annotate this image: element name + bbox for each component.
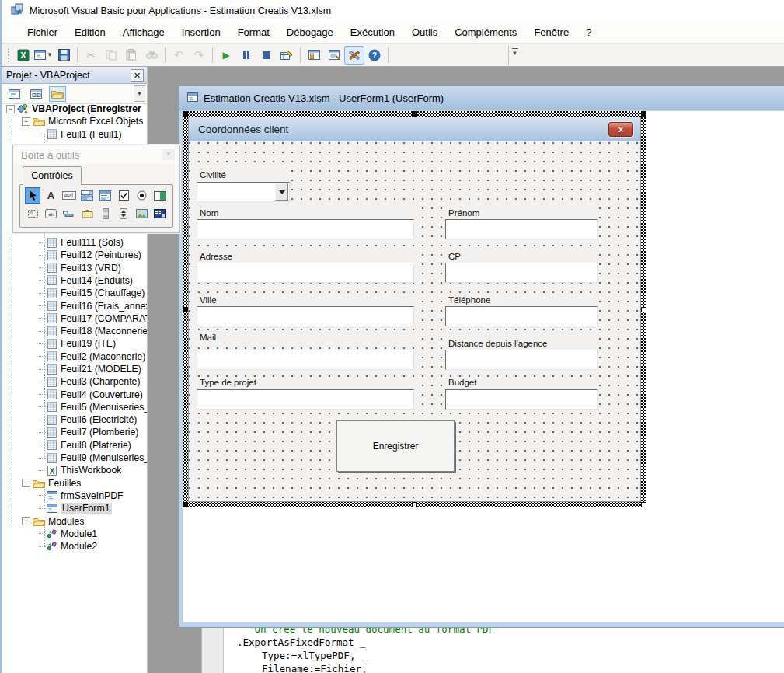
tree-item-microsoft-excel-objets[interactable]: −Microsoft Excel Objets xyxy=(2,115,147,127)
tree-item-feuil111-sols[interactable]: Feuil111 (Sols) xyxy=(2,236,147,249)
toolbox-control-image-icon[interactable] xyxy=(134,205,149,221)
paste-icon[interactable] xyxy=(121,46,141,65)
menu-item-outils[interactable]: Outils xyxy=(403,23,446,42)
tree-item-feuil3-charpente[interactable]: Feuil3 (Charpente) xyxy=(2,375,147,388)
field-input-distance[interactable] xyxy=(445,350,598,370)
toolbox-control-spinbutton-icon[interactable] xyxy=(116,205,131,221)
enregistrer-button[interactable]: Enregistrer xyxy=(336,420,455,472)
project-explorer-icon[interactable] xyxy=(304,46,324,65)
redo-icon[interactable]: ↷ xyxy=(189,46,209,65)
field-input-budget[interactable] xyxy=(445,389,598,410)
tree-item-thisworkbook[interactable]: XThisWorkbook xyxy=(2,464,147,476)
toolbox-control-multipage-icon[interactable] xyxy=(79,205,95,221)
field-input-adresse[interactable] xyxy=(197,263,414,283)
designer-titlebar[interactable]: Estimation Creatis V13.xlsm - UserForm1 … xyxy=(179,86,784,110)
toolbox-control-commandbutton-icon[interactable]: ab xyxy=(43,205,58,221)
menu-item-insertion[interactable]: Insertion xyxy=(173,23,229,42)
menu-item-edition[interactable]: Edition xyxy=(66,23,114,42)
tree-item-feuil17-comparat[interactable]: Feuil17 (COMPARAT. xyxy=(2,312,147,325)
tree-expander-icon[interactable]: − xyxy=(22,479,30,487)
project-panel-header[interactable]: Projet - VBAProject ✕ xyxy=(2,67,147,84)
tree-item-feuil16-frais-annex[interactable]: Feuil16 (Frais_annex xyxy=(2,299,147,312)
menu-item-?[interactable]: ? xyxy=(577,23,600,42)
field-input-prenom[interactable] xyxy=(445,219,598,239)
field-input-ville[interactable] xyxy=(197,306,414,326)
selection-handle-bc[interactable] xyxy=(412,502,417,507)
toolbox-control-togglebutton-icon[interactable] xyxy=(152,187,168,204)
toolbox-icon[interactable] xyxy=(344,46,364,65)
save-icon[interactable] xyxy=(54,46,74,65)
properties-window-icon[interactable] xyxy=(324,46,344,65)
field-input-cp[interactable] xyxy=(445,263,598,283)
design-mode-icon[interactable] xyxy=(277,46,297,65)
tree-item-feuil13-vrd[interactable]: Feuil13 (VRD) xyxy=(2,261,147,274)
toolbox-control-checkbox-icon[interactable] xyxy=(116,187,131,204)
tree-item-feuil19-ite[interactable]: Feuil19 (ITE) xyxy=(2,337,147,350)
menu-item-excution[interactable]: Exécution xyxy=(342,23,403,42)
tree-item-vbaproject-enregistrer[interactable]: −VBAProject (Enregistrer xyxy=(2,103,147,115)
tree-item-feuil6-electricit[interactable]: Feuil6 (Electricité) xyxy=(2,413,147,426)
run-icon[interactable]: ▶ xyxy=(216,46,236,65)
tree-expander-icon[interactable]: − xyxy=(6,105,15,113)
toolbox-control-optionbutton-icon[interactable] xyxy=(134,187,149,204)
tree-item-module1[interactable]: Module1 xyxy=(2,528,147,540)
pause-icon[interactable] xyxy=(236,46,256,65)
project-panel-close-icon[interactable]: ✕ xyxy=(131,69,144,82)
menu-item-format[interactable]: Format xyxy=(229,23,278,42)
userform-close-button[interactable]: x xyxy=(608,122,633,137)
undo-icon[interactable]: ↶ xyxy=(169,46,189,65)
view-code-icon[interactable] xyxy=(5,86,23,102)
find-icon[interactable] xyxy=(141,46,162,65)
tree-item-feuil1-feuil1[interactable]: Feuil1 (Feuil1) xyxy=(2,128,147,141)
toolbox-control-tabstrip-icon[interactable] xyxy=(61,205,77,221)
tree-item-userform1[interactable]: UserForm1 xyxy=(2,502,147,514)
view-object-icon[interactable] xyxy=(27,86,44,102)
field-input-telephone[interactable] xyxy=(445,306,598,326)
toolbox-tab-controles[interactable]: Contrôles xyxy=(23,166,82,185)
tree-item-frmsaveinpdf[interactable]: frmSaveInPDF xyxy=(2,490,147,502)
tree-expander-icon[interactable]: − xyxy=(22,517,30,525)
tree-item-modules[interactable]: −Modules xyxy=(2,514,147,527)
combobox-dropdown-icon[interactable] xyxy=(275,183,288,201)
menu-item-fichier[interactable]: Fichier xyxy=(19,23,66,42)
toolbox-control-scrollbar-icon[interactable] xyxy=(98,205,113,221)
project-scrollbar-button[interactable]: ▼ xyxy=(134,85,145,102)
selection-handle-ml[interactable] xyxy=(183,307,188,312)
code-window[interactable]: 'On crée le nouveau document au format P… xyxy=(201,628,784,673)
tree-item-feuilles[interactable]: −Feuilles xyxy=(2,477,147,490)
tree-item-feuil14-enduits[interactable]: Feuil14 (Enduits) xyxy=(2,274,147,287)
selection-handle-br[interactable] xyxy=(641,502,646,507)
tree-item-feuil8-platrerie[interactable]: Feuil8 (Platrerie) xyxy=(2,439,147,452)
menu-item-fentre[interactable]: Fenêtre xyxy=(525,23,577,42)
tree-item-feuil18-maconnerie[interactable]: Feuil18 (Maconnerie xyxy=(2,325,147,337)
toolbox-control-label-icon[interactable]: A xyxy=(43,187,58,204)
selection-handle-tl[interactable] xyxy=(183,111,188,117)
toolbox-control-listbox-icon[interactable] xyxy=(98,187,113,204)
toggle-folders-icon[interactable] xyxy=(49,86,66,102)
selection-handle-mr[interactable] xyxy=(641,307,646,312)
form-selection-frame[interactable]: Coordonnées client x Enregistrer Civilit… xyxy=(183,111,646,507)
stop-icon[interactable] xyxy=(256,46,277,65)
userform[interactable]: Coordonnées client x Enregistrer Civilit… xyxy=(188,117,641,502)
toolbar-options-dropdown[interactable]: ▼ xyxy=(508,45,521,65)
tree-expander-icon[interactable]: − xyxy=(22,117,30,126)
toolbox-close-icon[interactable]: ✕ xyxy=(162,149,175,160)
selection-handle-tc[interactable] xyxy=(412,111,417,117)
toolbox-control-refedit-icon[interactable] xyxy=(152,205,168,221)
toolbox-control-frame-icon[interactable]: xy xyxy=(25,205,40,221)
tree-item-module2[interactable]: Module2 xyxy=(2,540,147,553)
field-input-mail[interactable] xyxy=(197,350,414,370)
selection-handle-tr[interactable] xyxy=(641,111,646,117)
menu-item-dbogage[interactable]: Débogage xyxy=(278,23,342,42)
tree-item-feuil4-couverture[interactable]: Feuil4 (Couverture) xyxy=(2,388,147,400)
menu-item-complments[interactable]: Compléments xyxy=(446,23,525,42)
field-input-type_de_projet[interactable] xyxy=(197,389,414,410)
tree-item-feuil7-plomberie[interactable]: Feuil7 (Plomberie) xyxy=(2,426,147,438)
tree-item-feuil2-maconnerie[interactable]: Feuil2 (Maconnerie) xyxy=(2,350,147,363)
toolbox-control-textbox-icon[interactable]: ab| xyxy=(61,187,78,204)
toolbox-titlebar[interactable]: Boîte à outils ✕ xyxy=(13,145,179,164)
help-icon[interactable]: ? xyxy=(364,46,385,65)
menu-item-affichage[interactable]: Affichage xyxy=(114,23,173,42)
tree-item-feuil15-chauffage[interactable]: Feuil15 (Chauffage) xyxy=(2,287,147,299)
selection-handle-bl[interactable] xyxy=(183,502,188,507)
